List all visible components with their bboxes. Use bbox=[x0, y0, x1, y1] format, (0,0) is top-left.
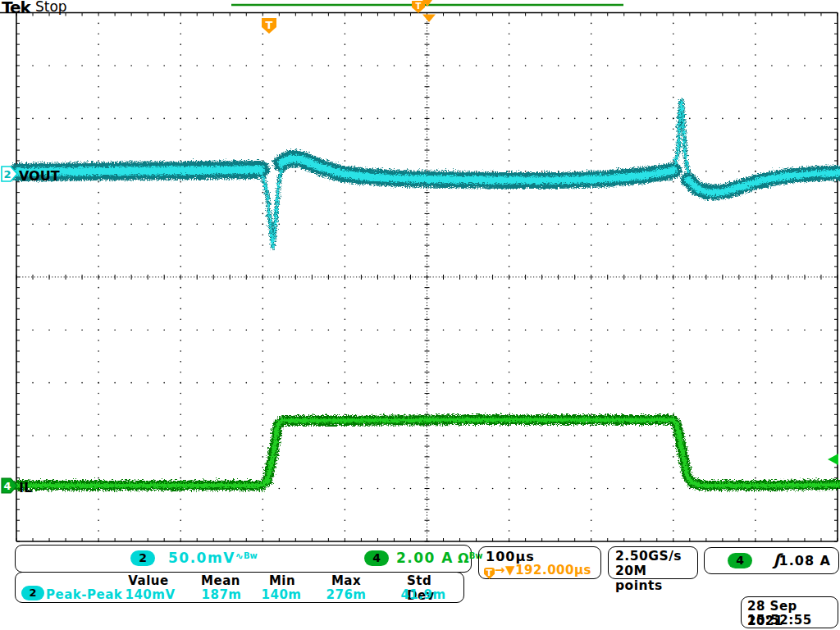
meas-header-mean: Mean bbox=[201, 573, 240, 588]
time-readout: 15:52:55 bbox=[747, 613, 812, 628]
acquisition-box: 2.50GS/s 20M points bbox=[608, 546, 698, 579]
trigger-delay-readout: T→▼192.000µs bbox=[484, 563, 591, 579]
trigger-event-letter: T bbox=[266, 19, 273, 31]
meas-stddev: 41.9m bbox=[400, 587, 445, 602]
trigger-box: 4 ʃ 1.08 A bbox=[704, 547, 839, 574]
trigger-level-arrow[interactable] bbox=[828, 454, 838, 465]
ch2-trace-label: VOUT bbox=[19, 168, 60, 184]
ch4-trace-label: IL bbox=[19, 480, 32, 495]
record-length-readout: 20M points bbox=[615, 564, 697, 593]
trigger-position-letter: T bbox=[416, 2, 422, 11]
meas-max: 276m bbox=[326, 587, 367, 602]
measurement-box: Value Mean Min Max Std Dev 2 Peak-Peak 1… bbox=[15, 572, 464, 603]
delay-marker-icon: ▼ bbox=[505, 563, 515, 578]
horizontal-reference-triangle[interactable] bbox=[422, 15, 436, 23]
meas-header-min: Min bbox=[269, 573, 295, 588]
trigger-event-badge[interactable]: T bbox=[262, 18, 276, 34]
scope-display: T T 2 VOUT 4 IL bbox=[0, 0, 840, 630]
meas-row-name: Peak-Peak bbox=[46, 587, 122, 602]
graticule bbox=[0, 12, 838, 542]
ch4-marker-number: 4 bbox=[3, 480, 11, 492]
ch4-scale-value: 2.00 A bbox=[396, 550, 454, 566]
meas-header-value: Value bbox=[128, 573, 168, 588]
ch2-readout-badge: 2 bbox=[130, 550, 155, 566]
datetime-box: 28 Sep 2021 15:52:55 bbox=[741, 596, 838, 628]
ch2-coupling-icon: ∿ bbox=[235, 550, 244, 562]
trigger-position-badge[interactable]: T bbox=[412, 1, 425, 13]
meas-header-max: Max bbox=[331, 573, 361, 588]
meas-min: 140m bbox=[262, 587, 302, 602]
channel-readouts-box: 2 50.0mV∿Bw 4 2.00 AΩBw bbox=[15, 545, 472, 573]
ch4-impedance-icon: Ω bbox=[458, 550, 469, 566]
meas-mean: 187m bbox=[202, 587, 242, 602]
meas-value: 140mV bbox=[125, 587, 175, 602]
ch4-scale-readout: 2.00 AΩBw bbox=[396, 550, 483, 566]
ch2-scale-readout: 50.0mV∿Bw bbox=[168, 550, 258, 566]
delay-arrow-icon: → bbox=[495, 563, 505, 578]
meas-row-channel-badge: 2 bbox=[21, 586, 44, 600]
oscilloscope-screen: Tek Stop T T 2 VOUT bbox=[0, 0, 840, 630]
horizontal-box: 100µs T→▼192.000µs bbox=[478, 546, 601, 579]
ch2-scale-value: 50.0mV bbox=[168, 550, 235, 566]
ch2-marker-number: 2 bbox=[3, 168, 11, 180]
trigger-t-icon: T bbox=[484, 568, 495, 579]
delay-value: 192.000µs bbox=[515, 563, 591, 578]
ch2-bandwidth-icon: Bw bbox=[244, 551, 258, 560]
trigger-level-readout: 1.08 A bbox=[779, 553, 831, 568]
ch4-readout-badge: 4 bbox=[364, 550, 389, 566]
sample-rate-readout: 2.50GS/s bbox=[615, 549, 682, 564]
trigger-source-badge: 4 bbox=[728, 553, 752, 568]
